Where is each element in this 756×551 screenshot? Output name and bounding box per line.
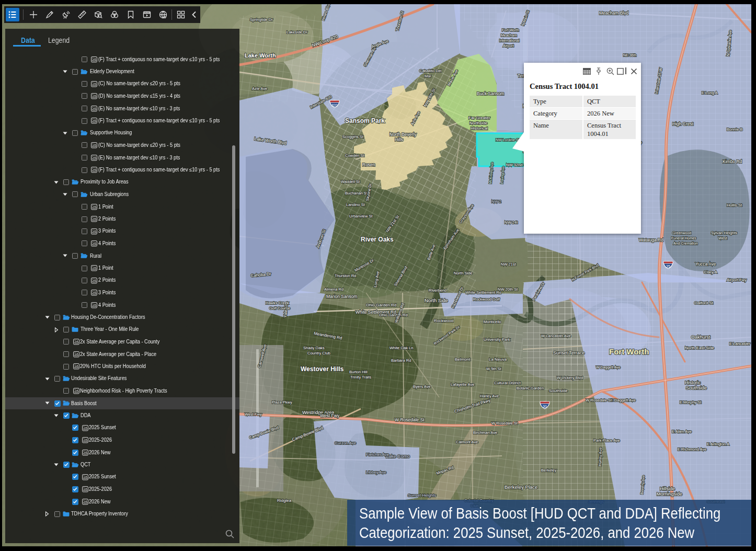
svg-text:North Side: North Side	[454, 271, 472, 276]
svg-text:Southside: Southside	[686, 385, 707, 391]
svg-text:W Lancaster Ave: W Lancaster Ave	[541, 334, 571, 338]
svg-text:Morningside: Morningside	[657, 491, 682, 497]
svg-text:Ridglea: Ridglea	[277, 498, 292, 503]
svg-text:E Richmond Ave: E Richmond Ave	[678, 447, 706, 452]
svg-text:La Neuva: La Neuva	[489, 357, 507, 362]
svg-text:Calmont Ave: Calmont Ave	[456, 440, 478, 444]
svg-text:Shady Oaks: Shady Oaks	[303, 346, 325, 350]
svg-text:Historical: Historical	[471, 126, 488, 131]
svg-text:Mar: Mar	[425, 74, 431, 78]
svg-text:West Fwy: West Fwy	[245, 412, 262, 417]
svg-text:White Oak Ln: White Oak Ln	[390, 346, 413, 350]
svg-text:30: 30	[543, 405, 547, 408]
svg-text:Sansom Park: Sansom Park	[345, 117, 385, 124]
svg-text:Trinity Trails: Trinity Trails	[350, 375, 371, 380]
svg-text:W Daggett Ave: W Daggett Ave	[596, 365, 621, 370]
svg-text:Sunset Heights: Sunset Heights	[408, 493, 436, 498]
svg-text:Far Greater: Far Greater	[468, 116, 490, 120]
svg-text:Funeral Homes: Funeral Homes	[671, 236, 696, 240]
svg-text:Watauga Rd: Watauga Rd	[639, 237, 663, 243]
svg-text:Lake Como: Lake Como	[386, 454, 410, 459]
svg-text:W 5th St: W 5th St	[486, 366, 502, 371]
svg-text:Oakhurst: Oakhurst	[691, 335, 711, 340]
svg-text:Berkeley Place: Berkeley Place	[505, 484, 537, 490]
svg-text:Sunset Terrace: Sunset Terrace	[553, 350, 585, 355]
svg-text:Hawks Creek: Hawks Creek	[266, 301, 289, 305]
svg-text:NW 24t: NW 24t	[505, 220, 518, 225]
svg-text:University Park: University Park	[484, 337, 510, 342]
svg-text:Urbanview St: Urbanview St	[349, 214, 373, 219]
svg-text:Almena Rd: Almena Rd	[324, 287, 343, 292]
svg-text:River Oaks: River Oaks	[361, 236, 394, 243]
svg-text:820: 820	[331, 104, 338, 107]
svg-text:Waddell St: Waddell St	[341, 179, 360, 184]
svg-text:And Cremation: And Cremation	[673, 242, 698, 245]
svg-text:Landino St: Landino St	[346, 202, 365, 207]
svg-text:E Lancaster: E Lancaster	[729, 341, 751, 346]
svg-text:Southside: Southside	[549, 388, 568, 393]
svg-text:Yucca Ave: Yucca Ave	[695, 261, 716, 267]
svg-text:Airport Fwy: Airport Fwy	[727, 278, 747, 282]
svg-text:E Arlington A: E Arlington A	[707, 442, 729, 446]
svg-text:Scoggins St: Scoggins St	[342, 134, 364, 139]
svg-text:NW 32nd S: NW 32nd S	[506, 163, 526, 167]
svg-text:E Long A: E Long A	[702, 90, 717, 95]
svg-text:Sylvan Heights: Sylvan Heights	[711, 231, 737, 235]
svg-text:NE 36th: NE 36th	[623, 53, 636, 57]
svg-text:NW 21st: NW 21st	[501, 262, 517, 267]
svg-text:Meacham: Meacham	[501, 33, 517, 37]
svg-text:Rosen: Rosen	[362, 162, 375, 167]
svg-text:Ohio Garden Rd: Ohio Garden Rd	[366, 303, 396, 307]
svg-text:Barbara Rd: Barbara Rd	[391, 358, 411, 363]
svg-text:Westover Hills: Westover Hills	[301, 365, 344, 373]
svg-text:E Morphy St: E Morphy St	[680, 400, 702, 405]
svg-text:Thurston Rd: Thurston Rd	[335, 273, 356, 278]
svg-text:Northside: Northside	[469, 121, 488, 125]
svg-text:Libbey Ave: Libbey Ave	[366, 470, 387, 475]
svg-text:West: West	[718, 236, 728, 240]
svg-text:Buck Sansom: Buck Sansom	[477, 91, 504, 96]
svg-text:Cultural District: Cultural District	[494, 381, 521, 385]
svg-text:Fletcher Ave: Fletcher Ave	[366, 452, 390, 457]
svg-text:North Beverly: North Beverly	[390, 132, 417, 137]
svg-text:Meacham Blvd: Meacham Blvd	[599, 10, 628, 16]
svg-text:White Settlement Rd: White Settlement Rd	[465, 290, 501, 295]
svg-text:Lakeside Dr: Lakeside Dr	[287, 30, 308, 35]
svg-text:Rockwood Golf: Rockwood Golf	[473, 297, 500, 302]
svg-text:W Rosedale St: W Rosedale St	[395, 417, 425, 422]
svg-text:Monticello: Monticello	[484, 319, 501, 324]
svg-text:W Rosedale St: W Rosedale St	[491, 421, 518, 426]
svg-text:West Fwy: West Fwy	[320, 413, 340, 418]
svg-text:Lafayette Ave: Lafayette Ave	[451, 382, 474, 387]
svg-text:Hollis St: Hollis St	[727, 203, 742, 208]
svg-text:International: International	[499, 39, 520, 42]
svg-text:Lake Worth: Lake Worth	[245, 52, 276, 59]
svg-text:NW 20th St: NW 20th St	[498, 287, 518, 292]
svg-text:Clary A: Clary A	[704, 270, 717, 274]
svg-text:Hillside: Hillside	[660, 486, 675, 491]
svg-text:North Side: North Side	[425, 297, 448, 303]
svg-text:Riverbend: Riverbend	[429, 288, 446, 293]
svg-text:Rockwood: Rockwood	[434, 318, 453, 323]
svg-text:Byers Ave: Byers Ave	[413, 384, 431, 389]
svg-text:E Allen Ave: E Allen Ave	[672, 429, 692, 434]
svg-text:Golf Course: Golf Course	[269, 306, 290, 311]
svg-text:35: 35	[666, 265, 670, 268]
svg-text:Hills: Hills	[395, 137, 403, 142]
svg-text:Kimbo Rd: Kimbo Rd	[723, 159, 742, 164]
svg-text:Marion Sansom: Marion Sansom	[326, 294, 358, 299]
svg-text:Caballito Del: Caballito Del	[419, 68, 442, 73]
svg-text:Azle Ave: Azle Ave	[252, 86, 267, 91]
svg-text:Country Club: Country Club	[307, 351, 330, 355]
svg-text:Airport: Airport	[503, 44, 514, 48]
svg-text:Curzon Ave: Curzon Ave	[335, 441, 357, 445]
svg-text:Oalford St: Oalford St	[694, 301, 714, 305]
svg-text:Springtide Dr: Springtide Dr	[250, 17, 273, 22]
svg-text:Ohio Garden Rd: Ohio Garden Rd	[379, 313, 408, 317]
svg-text:Bonnie B: Bonnie B	[727, 127, 742, 132]
svg-text:Plaza Pkwy: Plaza Pkwy	[272, 400, 292, 405]
svg-text:W Rosedale St: W Rosedale St	[586, 398, 612, 403]
svg-text:North East Side: North East Side	[685, 346, 715, 350]
svg-text:E Daggett Ave: E Daggett Ave	[611, 398, 636, 403]
svg-text:Historic: Historic	[685, 380, 701, 385]
